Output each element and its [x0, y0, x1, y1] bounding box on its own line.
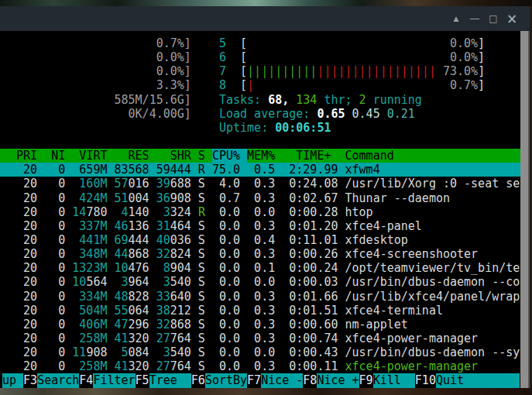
- close-button[interactable]: ×: [505, 12, 519, 26]
- process-row[interactable]: 20 0 10564 3964 3540 S 0.0 0.0 0:00.03 /…: [0, 275, 520, 289]
- process-row[interactable]: 20 0 334M 48828 33640 S 0.0 0.3 0:01.66 …: [0, 290, 520, 304]
- fkey-sortby-label[interactable]: SortBy: [205, 373, 247, 387]
- uptime-line: Uptime: 00:06:51: [0, 121, 520, 135]
- scrollbar[interactable]: [520, 31, 530, 388]
- process-row[interactable]: 20 0 348M 44868 32824 S 0.0 0.3 0:00.26 …: [0, 247, 520, 261]
- cpu2-cpu6-meter-line: 0.0%] 6 [ 0.0%]: [0, 50, 520, 64]
- cpu1-cpu5-meter-line: 0.7%] 5 [ 0.0%]: [0, 36, 520, 50]
- fkey-quit-label[interactable]: Quit: [436, 373, 520, 387]
- fkey-filter-label[interactable]: Filter: [93, 373, 135, 387]
- swap-meter-load-line: 0K/4.00G] Load average: 0.65 0.45 0.21: [0, 107, 520, 121]
- desktop-wallpaper-bottom: [0, 388, 532, 395]
- fkey-f3[interactable]: F3: [23, 373, 37, 387]
- blank-line: [0, 135, 520, 149]
- table-header[interactable]: PRI NI VIRT RES SHR S CPU% MEM% TIME+ Co…: [0, 149, 520, 163]
- maximize-button[interactable]: □: [486, 12, 500, 26]
- cpu4-cpu8-meter-line: 3.3%] 8 [| 0.7%]: [0, 78, 520, 92]
- fkey-nice-plus-label[interactable]: Nice +: [317, 373, 359, 387]
- window-titlebar[interactable]: ▲ — □ ×: [0, 6, 530, 31]
- function-key-bar[interactable]: up F3SearchF4FilterF5Tree F6SortByF7Nice…: [0, 373, 520, 387]
- shade-button[interactable]: ▲: [449, 12, 463, 26]
- process-row[interactable]: 20 0 441M 69444 40036 S 0.0 0.4 0:11.01 …: [0, 233, 520, 247]
- fkey-f5[interactable]: F5: [136, 373, 149, 387]
- fkey-f4[interactable]: F4: [79, 373, 93, 387]
- process-row[interactable]: 20 0 504M 55064 38212 S 0.0 0.3 0:01.51 …: [0, 304, 520, 318]
- process-row[interactable]: 20 0 11908 5084 3540 S 0.0 0.0 0:00.43 /…: [0, 345, 520, 359]
- process-row[interactable]: 20 0 424M 51004 36908 S 0.7 0.3 0:02.67 …: [0, 191, 520, 205]
- fkey-nice-minus-label[interactable]: Nice -: [261, 373, 303, 387]
- process-row[interactable]: 20 0 406M 47296 32868 S 0.0 0.3 0:00.60 …: [0, 318, 520, 331]
- desktop-wallpaper-top: [0, 0, 532, 6]
- desktop-screen: ▲ — □ × 0.7%] 5 [ 0.0%] 0.0%] 6 [ 0.0%] …: [0, 0, 532, 395]
- process-row-selected[interactable]: 20 0 659M 83568 59444 R 75.0 0.5 2:29.99…: [0, 163, 520, 177]
- sort-column-cpu[interactable]: CPU%: [212, 149, 247, 163]
- fkey-tree-label[interactable]: Tree: [149, 373, 191, 387]
- process-row[interactable]: 20 0 160M 57016 39688 S 4.0 0.3 0:24.08 …: [0, 177, 520, 191]
- fkey-f7[interactable]: F7: [247, 373, 261, 387]
- fkey-search-label[interactable]: Search: [37, 373, 79, 387]
- fkey-kill-label[interactable]: Kill: [373, 373, 415, 387]
- memory-meter-tasks-line: 585M/15.6G] Tasks: 68, 134 thr; 2 runnin…: [0, 93, 520, 107]
- cpu3-cpu7-meter-line: 0.0%] 7 [||||||||||||||||||||||||||| 73.…: [0, 64, 520, 78]
- process-row[interactable]: 20 0 1323M 10476 8904 S 0.0 0.1 0:00.24 …: [0, 261, 520, 275]
- fkey-f9[interactable]: F9: [359, 373, 373, 387]
- fkey-f10[interactable]: F10: [415, 373, 436, 387]
- fkey-f6[interactable]: F6: [191, 373, 205, 387]
- minimize-button[interactable]: —: [468, 12, 482, 26]
- fkey-setup-label[interactable]: up: [2, 373, 23, 387]
- process-row[interactable]: 20 0 337M 46136 31464 S 0.0 0.3 0:01.20 …: [0, 219, 520, 233]
- process-row[interactable]: 20 0 14780 4140 3324 R 0.0 0.0 0:00.28 h…: [0, 205, 520, 219]
- process-row[interactable]: 20 0 258M 41320 27764 S 0.0 0.3 0:00.74 …: [0, 331, 520, 345]
- htop-terminal-content: 0.7%] 5 [ 0.0%] 0.0%] 6 [ 0.0%] 0.0%] 7 …: [0, 31, 520, 388]
- process-row[interactable]: 20 0 258M 41320 27764 S 0.0 0.3 0:00.11 …: [0, 359, 520, 373]
- fkey-f8[interactable]: F8: [303, 373, 317, 387]
